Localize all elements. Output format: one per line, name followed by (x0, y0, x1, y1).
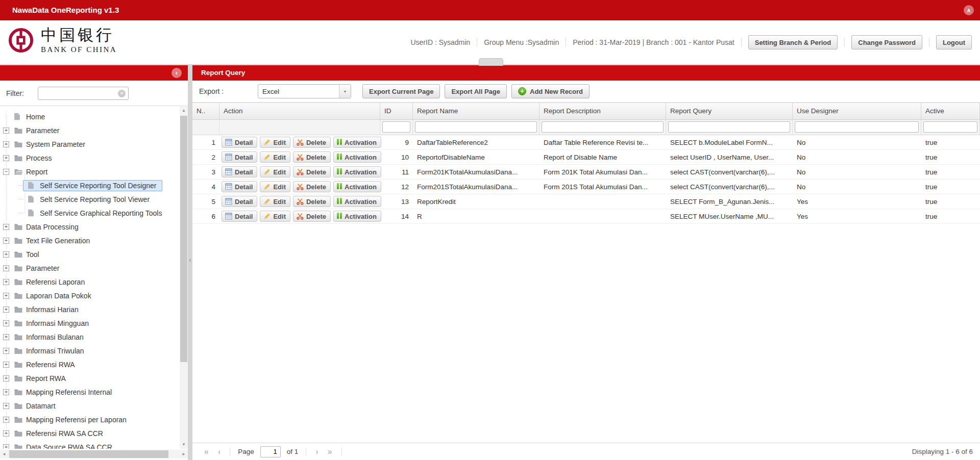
expand-icon[interactable]: + (3, 265, 9, 271)
expand-icon[interactable]: + (3, 279, 9, 285)
column-header-description[interactable]: Report Description (540, 103, 666, 119)
delete-button[interactable]: Delete (293, 151, 331, 163)
table-row[interactable]: 3DetailEditDeleteActivation11Form201KTot… (192, 165, 980, 180)
delete-button[interactable]: Delete (293, 166, 331, 177)
tree-item-system-parameter[interactable]: +System Parameter (0, 137, 179, 151)
column-header-name[interactable]: Report Name (413, 103, 540, 119)
expand-icon[interactable]: + (3, 155, 9, 161)
tree-item-self-service-reporting-tool-designer[interactable]: Self Service Reporting Tool Designer (0, 178, 179, 192)
tree-item-informasi-harian[interactable]: +Informasi Harian (0, 302, 179, 316)
table-row[interactable]: 5DetailEditDeleteActivation13ReportKredi… (192, 194, 980, 209)
column-filter-use_designer-input[interactable] (795, 121, 919, 133)
tree-item-tool[interactable]: +Tool (0, 247, 179, 261)
collapsed-panel-tab[interactable] (479, 58, 503, 66)
scroll-down-icon[interactable]: ▼ (180, 441, 188, 449)
tree-item-informasi-mingguan[interactable]: +Informasi Mingguan (0, 316, 179, 330)
activation-button[interactable]: Activation (333, 211, 381, 222)
last-page-icon[interactable]: » (328, 447, 332, 456)
expand-icon[interactable]: + (3, 430, 9, 437)
tree-item-data-processing[interactable]: +Data Processing (0, 220, 179, 234)
expand-icon[interactable]: + (3, 320, 9, 326)
export-all-page-button[interactable]: Export All Page (445, 84, 507, 98)
column-header-action[interactable]: Action (219, 103, 380, 119)
page-number-input[interactable] (260, 446, 281, 457)
tree-item-report-rwa[interactable]: +Report RWA (0, 371, 179, 385)
horizontal-scroll-thumb[interactable] (9, 450, 168, 458)
edit-button[interactable]: Edit (260, 196, 290, 207)
table-row[interactable]: 2DetailEditDeleteActivation10ReportofDis… (192, 150, 980, 165)
detail-button[interactable]: Detail (222, 166, 257, 177)
tree-item-mapping-referensi-internal[interactable]: +Mapping Referensi Internal (0, 385, 179, 399)
scroll-top-icon[interactable]: ∧ (964, 5, 974, 15)
expand-icon[interactable]: + (3, 306, 9, 313)
vertical-scroll-thumb[interactable] (180, 116, 187, 362)
edit-button[interactable]: Edit (260, 181, 290, 192)
column-filter-active-input[interactable] (923, 121, 977, 133)
tree-item-self-service-graphical-reporting-tools[interactable]: Self Service Graphical Reporting Tools (0, 206, 179, 220)
delete-button[interactable]: Delete (293, 137, 331, 148)
tree-item-laporan-data-pokok[interactable]: +Laporan Data Pokok (0, 289, 179, 302)
tree-item-process[interactable]: +Process (0, 151, 179, 165)
change-password-button[interactable]: Change Password (851, 35, 922, 49)
scroll-up-icon[interactable]: ▲ (180, 107, 188, 115)
activation-button[interactable]: Activation (333, 196, 381, 207)
activation-button[interactable]: Activation (333, 137, 381, 148)
expand-icon[interactable]: + (3, 251, 9, 258)
detail-button[interactable]: Detail (222, 181, 257, 192)
expand-icon[interactable]: + (3, 417, 9, 423)
expand-icon[interactable]: + (3, 362, 9, 368)
setting-branch-period-button[interactable]: Setting Branch & Period (748, 35, 838, 49)
delete-button[interactable]: Delete (293, 211, 331, 222)
splitter-collapse-icon[interactable]: ‹ (188, 257, 192, 263)
previous-page-icon[interactable]: ‹ (218, 447, 220, 456)
scroll-left-icon[interactable]: ◄ (0, 450, 8, 458)
tree-item-referensi-rwa[interactable]: +Referensi RWA (0, 357, 179, 371)
column-header-use_designer[interactable]: Use Designer (793, 103, 921, 119)
table-row[interactable]: 4DetailEditDeleteActivation12Form201STot… (192, 180, 980, 194)
activation-button[interactable]: Activation (333, 151, 381, 163)
tree-filter-input[interactable] (38, 87, 129, 100)
sidebar-collapse-icon[interactable]: ‹ (172, 68, 182, 78)
edit-button[interactable]: Edit (260, 166, 290, 177)
first-page-icon[interactable]: « (204, 447, 209, 456)
table-row[interactable]: 6DetailEditDeleteActivation14RSELECT MUs… (192, 209, 980, 224)
expand-icon[interactable]: + (3, 334, 9, 340)
column-filter-id-input[interactable] (382, 121, 410, 133)
tree-item-referensi-rwa-sa-ccr[interactable]: +Referensi RWA SA CCR (0, 426, 179, 440)
export-current-page-button[interactable]: Export Current Page (362, 84, 440, 98)
tree-item-home[interactable]: Home (0, 110, 179, 123)
column-header-n[interactable]: N.. (192, 103, 219, 119)
column-filter-query-input[interactable] (668, 121, 790, 133)
expand-icon[interactable]: + (3, 375, 9, 381)
next-page-icon[interactable]: › (315, 447, 318, 456)
tree-item-parameter[interactable]: +Parameter (0, 261, 179, 275)
detail-button[interactable]: Detail (222, 151, 257, 163)
edit-button[interactable]: Edit (260, 151, 290, 163)
tree-item-parameter[interactable]: +Parameter (0, 123, 179, 137)
tree-item-data-source-rwa-sa-ccr[interactable]: +Data Source RWA SA CCR (0, 440, 179, 449)
delete-button[interactable]: Delete (293, 196, 331, 207)
column-header-query[interactable]: Report Query (666, 103, 793, 119)
expand-icon[interactable]: + (3, 141, 9, 147)
tree-item-referensi-laporan[interactable]: +Referensi Laporan (0, 275, 179, 289)
tree-item-report[interactable]: −Report (0, 165, 179, 178)
table-row[interactable]: 1DetailEditDeleteActivation9DaftarTableR… (192, 135, 980, 150)
tree-item-mapping-referensi-per-laporan[interactable]: +Mapping Referensi per Laporan (0, 413, 179, 426)
scroll-right-icon[interactable]: ► (180, 450, 188, 458)
column-filter-name-input[interactable] (415, 121, 537, 133)
detail-button[interactable]: Detail (222, 211, 257, 222)
expand-icon[interactable]: + (3, 238, 9, 244)
activation-button[interactable]: Activation (333, 166, 381, 177)
activation-button[interactable]: Activation (333, 181, 381, 192)
expand-icon[interactable]: + (3, 127, 9, 134)
edit-button[interactable]: Edit (260, 137, 290, 148)
logout-button[interactable]: Logout (936, 35, 972, 49)
edit-button[interactable]: Edit (260, 211, 290, 222)
tree-item-selt-service-reporting-tool-viewer[interactable]: Selt Service Reporting Tool Viewer (0, 192, 179, 206)
tree-item-text-file-generation[interactable]: +Text File Generation (0, 234, 179, 247)
chevron-down-icon[interactable]: ▼ (339, 85, 351, 98)
expand-icon[interactable]: + (3, 389, 9, 395)
collapse-icon[interactable]: − (3, 169, 9, 175)
export-format-select[interactable]: Excel ▼ (258, 84, 351, 98)
tree-item-informasi-triwulan[interactable]: +Informasi Triwulan (0, 344, 179, 357)
